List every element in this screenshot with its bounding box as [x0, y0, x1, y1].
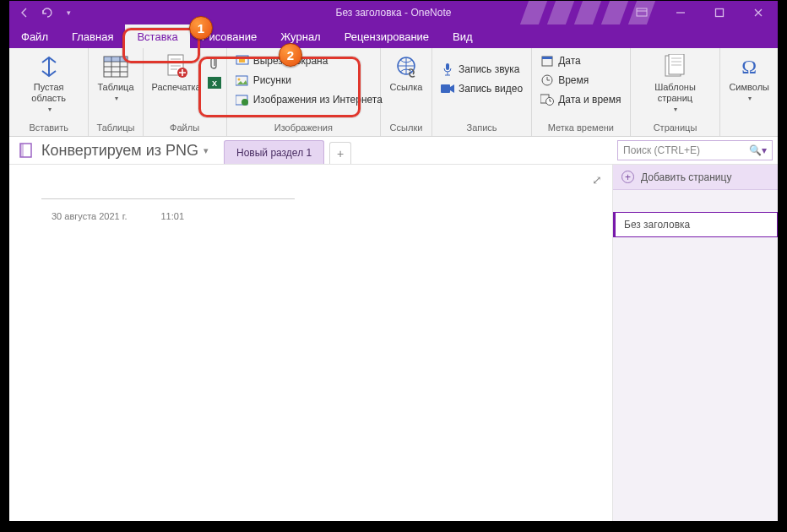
svg-point-13 [242, 99, 248, 106]
pages-pane: + Добавить страницу Без заголовка [612, 165, 778, 521]
video-label: Запись видео [459, 83, 523, 95]
pictures-button[interactable]: Рисунки [232, 71, 386, 90]
badge-1: 1 [189, 16, 213, 40]
group-images-label: Изображения [232, 122, 375, 136]
tab-insert[interactable]: Вставка [125, 24, 189, 48]
svg-rect-0 [637, 8, 647, 16]
add-page-button[interactable]: + Добавить страницу [613, 165, 778, 190]
screen-clip-button[interactable]: Вырезка экрана [232, 52, 386, 70]
svg-rect-9 [239, 58, 245, 62]
tab-file[interactable]: Файл [9, 24, 60, 48]
search-icon: 🔍▾ [749, 144, 767, 156]
chevron-down-icon: ▾ [674, 106, 677, 114]
online-images-button[interactable]: Изображения из Интернета [232, 90, 386, 109]
time-button[interactable]: Время [537, 71, 624, 90]
chevron-down-icon: ▾ [115, 95, 118, 103]
date-label: Дата [558, 55, 581, 67]
group-tables-label: Таблицы [94, 122, 137, 136]
time-label: Время [558, 74, 589, 86]
group-links: Ссылка Ссылки [381, 48, 432, 136]
datetime-icon [540, 93, 554, 106]
tab-view[interactable]: Вид [441, 24, 485, 48]
plus-icon: + [621, 171, 634, 183]
main-area: ⤢ 30 августа 2021 г. 11:01 + Добавить ст… [9, 165, 778, 521]
printout-label: Распечатка [152, 82, 201, 93]
calendar-icon [540, 54, 554, 68]
page-item[interactable]: Без заголовка [613, 212, 778, 237]
mic-icon [441, 62, 454, 76]
blank-area-button[interactable]: Пустая область ▾ [14, 52, 83, 116]
printout-button[interactable]: Распечатка [149, 52, 204, 95]
symbols-button[interactable]: Ω Символы ▾ [725, 52, 773, 105]
search-input[interactable]: Поиск (CTRL+E) 🔍▾ [617, 140, 773, 160]
title-underline [41, 198, 295, 199]
spreadsheet-icon[interactable]: X [208, 77, 221, 90]
camera-icon [441, 82, 454, 95]
group-images: Вырезка экрана Рисунки Изображения из Ин… [227, 48, 381, 136]
online-images-label: Изображения из Интернета [253, 94, 383, 106]
undo-icon[interactable] [40, 6, 53, 19]
svg-rect-23 [669, 54, 684, 74]
minimize-button[interactable] [661, 1, 700, 24]
blank-area-icon [35, 53, 62, 80]
section-tab[interactable]: Новый раздел 1 [224, 140, 324, 164]
table-label: Таблица [97, 82, 133, 93]
search-placeholder: Поиск (CTRL+E) [623, 144, 700, 156]
link-label: Ссылка [390, 82, 423, 93]
svg-rect-18 [542, 57, 552, 59]
record-audio-button[interactable]: Запись звука [437, 60, 526, 79]
close-button[interactable] [739, 1, 778, 24]
svg-text:X: X [212, 79, 217, 88]
date-button[interactable]: Дата [537, 52, 624, 70]
maximize-button[interactable] [700, 1, 739, 24]
tab-review[interactable]: Рецензирование [333, 24, 441, 48]
chevron-down-icon: ▾ [748, 95, 752, 103]
group-tables: Таблица ▾ Таблицы [89, 48, 143, 136]
group-record-label: Запись [437, 122, 526, 136]
tab-journal[interactable]: Журнал [269, 24, 332, 48]
back-icon[interactable] [18, 6, 31, 19]
blank-area-label: Пустая область [18, 82, 79, 104]
svg-point-11 [237, 79, 240, 81]
audio-label: Запись звука [459, 63, 520, 75]
group-symbols: Ω Символы ▾ [720, 48, 778, 136]
notebook-icon[interactable] [18, 142, 35, 159]
link-button[interactable]: Ссылка [386, 52, 426, 95]
record-video-button[interactable]: Запись видео [437, 79, 526, 98]
note-canvas[interactable]: ⤢ 30 августа 2021 г. 11:01 [9, 165, 612, 521]
group-record: Запись звука Запись видео Запись [432, 48, 532, 136]
clip-icon [236, 54, 249, 68]
qat-dropdown-icon[interactable]: ▾ [62, 6, 75, 19]
tab-home[interactable]: Главная [60, 24, 125, 48]
page-templates-button[interactable]: Шаблоны страниц ▾ [636, 52, 715, 116]
ribbon: Пустая область ▾ Вставить Таблица ▾ Табл… [9, 48, 778, 137]
attach-icon[interactable] [208, 57, 221, 72]
pictures-icon [236, 73, 249, 87]
group-files-label: Файлы [149, 122, 221, 136]
notebook-bar: Конвертируем из PNG ▾ Новый раздел 1 + П… [9, 137, 778, 165]
notebook-dropdown[interactable]: Конвертируем из PNG ▾ [41, 142, 209, 160]
datetime-button[interactable]: Дата и время [537, 90, 624, 109]
datetime-label: Дата и время [558, 94, 621, 106]
group-insert-label: Вставить [14, 122, 83, 136]
omega-icon: Ω [735, 53, 763, 80]
svg-rect-15 [446, 63, 449, 70]
online-images-icon [236, 93, 249, 106]
title-bar: ▾ Без заголовка - OneNote [9, 1, 778, 24]
group-symbols-label [725, 122, 773, 136]
group-files: Распечатка X Файлы [144, 48, 227, 136]
badge-2: 2 [279, 43, 302, 67]
group-links-label: Ссылки [386, 122, 426, 136]
svg-rect-1 [716, 9, 724, 17]
notebook-name: Конвертируем из PNG [41, 142, 198, 160]
add-section-button[interactable]: + [329, 142, 351, 164]
group-timestamp: Дата Время Дата и время Метка времени [532, 48, 630, 136]
group-insert: Пустая область ▾ Вставить [9, 48, 89, 136]
templates-label: Шаблоны страниц [639, 82, 712, 104]
table-button[interactable]: Таблица ▾ [94, 52, 137, 105]
link-icon [393, 53, 420, 80]
note-time: 11:01 [160, 211, 184, 221]
svg-rect-16 [441, 84, 450, 93]
expand-icon[interactable]: ⤢ [592, 173, 602, 187]
add-page-label: Добавить страницу [641, 171, 731, 183]
